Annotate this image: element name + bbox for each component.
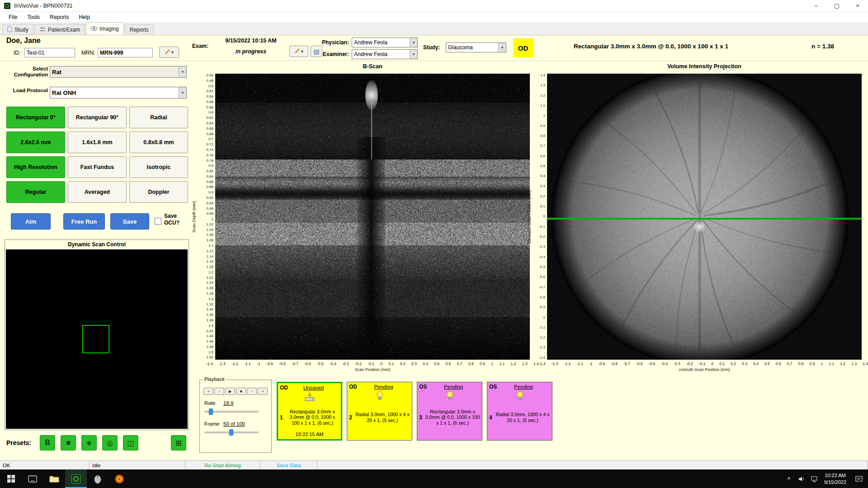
preset-radial-button[interactable]: ∗	[81, 435, 97, 450]
card-status: Pending	[357, 384, 410, 389]
scan-pattern-rect90-button[interactable]: Rectangular 90°	[68, 107, 127, 128]
id-field[interactable]: Test-01	[24, 48, 75, 57]
step-back-button[interactable]: ‹	[214, 388, 224, 395]
dynamic-scan-canvas[interactable]	[6, 249, 188, 429]
close-button[interactable]: ×	[847, 0, 868, 11]
maximize-button[interactable]: ▢	[826, 0, 847, 11]
physician-select[interactable]: Andrew Feola ▾	[352, 38, 418, 47]
axis-tick-label: -0.4	[661, 361, 668, 366]
network-icon[interactable]	[808, 469, 821, 488]
tablet-mode-icon[interactable]	[22, 469, 43, 488]
axis-tick-label: -0.8	[611, 361, 618, 366]
jump-end-button[interactable]: »	[258, 388, 268, 395]
axis-tick-label: 0.78	[206, 159, 213, 163]
axis-tick-label: 1.18	[206, 265, 213, 269]
menu-tools[interactable]: Tools	[22, 14, 45, 20]
clock[interactable]: 10:22 AM 9/15/2022	[821, 472, 850, 485]
status-state: Idle	[90, 461, 185, 469]
menu-file[interactable]: File	[4, 14, 22, 20]
axis-tick-label: 1.3	[851, 361, 857, 366]
b-scan-image[interactable]	[215, 74, 530, 360]
save-ocu-checkbox[interactable]	[155, 218, 161, 225]
taskbar: ^ 10:22 AM 9/15/2022	[0, 469, 868, 488]
tab-patient-exam[interactable]: Patient/Exam	[34, 24, 85, 35]
axis-tick-label: 1	[491, 361, 493, 366]
minimize-button[interactable]: –	[806, 0, 826, 11]
edit-exam-button[interactable]: ▾	[289, 46, 308, 57]
tab-study[interactable]: Study	[2, 24, 33, 35]
restart-aiming-action[interactable]: Re-Start Aiming	[185, 461, 260, 469]
frame-slider-thumb[interactable]	[229, 429, 233, 436]
scan-size-26-button[interactable]: 2.6x2.6 mm	[6, 131, 65, 153]
file-explorer-icon[interactable]	[43, 469, 65, 488]
preset-annular-button[interactable]: ◎	[102, 435, 118, 450]
save-data-action[interactable]: Save Data	[260, 461, 317, 469]
scan-card-4[interactable]: OS Pending 4 Radial 3.0mm, 1000 x 4 x 20…	[487, 382, 552, 441]
title-bar: InVivoVue - BPN000731 – ▢ ×	[0, 0, 868, 12]
save-button[interactable]: Save	[110, 213, 149, 230]
play-button[interactable]: ▶	[225, 388, 235, 395]
start-button[interactable]	[0, 469, 22, 488]
rate-slider[interactable]	[204, 408, 259, 415]
axis-tick-label: 0.66	[206, 127, 213, 131]
card-time	[349, 432, 410, 439]
axis-tick-label: 1.2	[208, 271, 213, 274]
scan-mode-fastfundus-button[interactable]: Fast Fundus	[68, 156, 127, 178]
menu-reports[interactable]: Reports	[45, 14, 74, 20]
axis-tick-label: -0.2	[539, 235, 545, 239]
card-description: Rectangular 3.0mm x 3.0mm @ 0.0, 1000 x …	[286, 409, 339, 426]
study-value: Glaucoma	[446, 43, 498, 52]
free-run-button[interactable]: Free Run	[63, 213, 105, 230]
axis-tick-label: -0.9	[266, 361, 273, 366]
rate-slider-thumb[interactable]	[209, 408, 213, 415]
tab-reports-label: Reports	[130, 27, 149, 33]
step-forward-button[interactable]: ›	[247, 388, 257, 395]
axis-tick-label: 0.8	[540, 134, 545, 138]
scan-card-3[interactable]: OS Pending 3 Rectangular 3.0mm x 3.0mm @…	[417, 382, 482, 441]
jump-start-button[interactable]: «	[203, 388, 213, 395]
invivovue-app-icon[interactable]	[65, 469, 87, 488]
scan-size-08-button[interactable]: 0.8x0.8 mm	[129, 131, 188, 153]
menu-help[interactable]: Help	[74, 14, 95, 20]
study-select[interactable]: Glaucoma ▾	[446, 42, 506, 52]
frame-slider[interactable]	[204, 429, 259, 436]
preset-bscan-button[interactable]: B	[40, 435, 55, 450]
axis-tick-label: 1.1	[208, 244, 213, 248]
action-center-icon[interactable]	[850, 469, 868, 488]
scan-size-16-button[interactable]: 1.6x1.6 mm	[68, 131, 127, 153]
firefox-icon[interactable]	[108, 469, 130, 488]
examiner-select[interactable]: Andrew Feola ▾	[352, 49, 418, 59]
protocol-select[interactable]: Rat ONH ▾	[50, 87, 187, 99]
mrn-field[interactable]: MRN-999	[98, 48, 153, 57]
scan-mode-highres-button[interactable]: High Resolution	[6, 156, 65, 178]
axis-tick-label: -1.4	[206, 361, 213, 366]
scan-region-handle[interactable]	[82, 325, 109, 354]
scan-pattern-rect0-button[interactable]: Rectangular 0°	[6, 107, 65, 128]
scan-type-regular-button[interactable]: Regular	[6, 181, 65, 203]
scan-type-averaged-button[interactable]: Averaged	[68, 181, 127, 203]
axis-tick-label: 0.7	[457, 361, 462, 366]
edit-patient-button[interactable]: ▾	[159, 47, 179, 58]
scan-card-1[interactable]: OD Unsaved 1 Rectangular 3.0mm x 3.0mm @…	[277, 382, 342, 441]
scan-mode-isotropic-button[interactable]: Isotropic	[129, 156, 188, 178]
tray-chevron-icon[interactable]: ^	[783, 469, 795, 488]
scan-pattern-radial-button[interactable]: Radial	[129, 107, 188, 128]
scan-card-2[interactable]: OD Pending 2 Radial 3.0mm, 1000 x 4 x 20…	[347, 382, 412, 441]
stop-button[interactable]: ■	[236, 388, 246, 395]
preset-split-button[interactable]: ◫	[123, 435, 138, 450]
aim-button[interactable]: Aim	[11, 213, 51, 230]
tab-imaging[interactable]: Imaging	[86, 22, 124, 35]
examiner-value: Andrew Feola	[352, 50, 410, 59]
volume-icon[interactable]	[795, 469, 808, 488]
axis-tick-label: 1	[212, 217, 213, 221]
configuration-select[interactable]: Rat ▾	[50, 66, 187, 78]
document-icon	[7, 26, 12, 33]
preset-grid-button[interactable]: ⊞	[171, 435, 186, 450]
vip-image[interactable]	[547, 74, 862, 360]
axis-tick-label: 0.6	[776, 361, 781, 366]
tab-reports[interactable]: Reports	[125, 24, 154, 35]
preset-rect-button[interactable]: ■	[61, 435, 76, 450]
scan-type-doppler-button[interactable]: Doppler	[129, 181, 188, 203]
axis-tick-label: 1.3	[540, 84, 545, 87]
mouse-app-icon[interactable]	[87, 469, 108, 488]
